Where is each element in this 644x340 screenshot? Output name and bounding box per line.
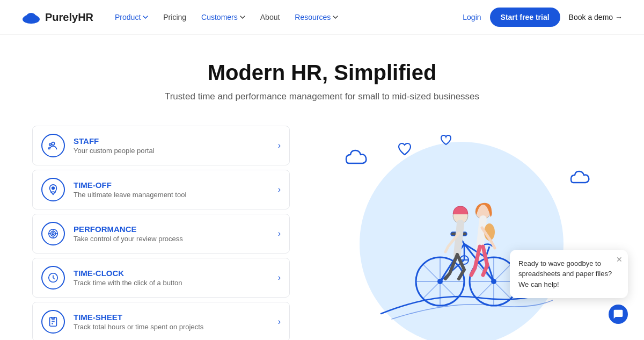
performance-title: PERFORMANCE xyxy=(74,225,269,234)
staff-icon xyxy=(47,140,59,151)
time-clock-text: TIME-CLOCK Track time with the click of … xyxy=(74,269,269,287)
time-sheet-title: TIME-SHEET xyxy=(74,313,269,322)
time-clock-icon-wrap xyxy=(41,266,65,290)
logo-link[interactable]: PurelyHR xyxy=(21,11,93,24)
chat-icon xyxy=(613,309,624,320)
nav-resources[interactable]: Resources xyxy=(295,13,338,21)
hero-title: Modern HR, Simplified xyxy=(21,61,623,85)
svg-point-3 xyxy=(26,13,36,20)
feature-list: STAFF Your custom people portal › TIME-O… xyxy=(32,126,290,340)
hero-subtitle: Trusted time and performance management … xyxy=(21,91,623,102)
time-sheet-icon xyxy=(47,316,59,328)
time-off-text: TIME-OFF The ultimate leave management t… xyxy=(74,180,269,199)
time-clock-icon xyxy=(47,272,59,284)
performance-desc: Take control of your review process xyxy=(74,235,269,243)
chat-open-button[interactable] xyxy=(609,305,628,324)
feature-staff[interactable]: STAFF Your custom people portal › xyxy=(32,126,290,165)
logo-text: PurelyHR xyxy=(45,11,93,24)
time-sheet-arrow: › xyxy=(278,317,281,327)
staff-icon-wrap xyxy=(41,134,65,157)
performance-text: PERFORMANCE Take control of your review … xyxy=(74,225,269,243)
time-clock-title: TIME-CLOCK xyxy=(74,269,269,278)
nav-product[interactable]: Product xyxy=(115,13,148,21)
time-off-title: TIME-OFF xyxy=(74,180,269,190)
nav-pricing[interactable]: Pricing xyxy=(163,13,186,21)
staff-arrow: › xyxy=(278,141,281,150)
staff-desc: Your custom people portal xyxy=(74,147,269,155)
nav-about[interactable]: About xyxy=(260,13,280,21)
chat-widget: ✕ Ready to wave goodbye to spreadsheets … xyxy=(510,250,628,324)
svg-point-6 xyxy=(52,187,55,190)
feature-time-clock[interactable]: TIME-CLOCK Track time with the click of … xyxy=(32,258,290,298)
time-sheet-desc: Track total hours or time spent on proje… xyxy=(74,323,269,331)
time-sheet-icon-wrap xyxy=(41,310,65,334)
cloud1-icon xyxy=(343,147,381,169)
svg-point-8 xyxy=(50,231,55,236)
svg-point-9 xyxy=(52,233,54,235)
cloud2-icon xyxy=(569,169,601,187)
heart2-icon xyxy=(440,134,452,146)
feature-performance[interactable]: PERFORMANCE Take control of your review … xyxy=(32,214,290,254)
time-off-icon-wrap xyxy=(41,178,65,201)
chat-bubble: ✕ Ready to wave goodbye to spreadsheets … xyxy=(510,250,628,299)
nav-right: Login Start free trial Book a demo → xyxy=(463,8,623,27)
start-trial-button[interactable]: Start free trial xyxy=(490,8,560,27)
time-off-desc: The ultimate leave management tool xyxy=(74,191,269,199)
chevron-down-icon xyxy=(240,16,245,19)
nav-customers[interactable]: Customers xyxy=(201,13,245,21)
time-clock-desc: Track time with the click of a button xyxy=(74,279,269,287)
performance-icon-wrap xyxy=(41,222,65,245)
performance-icon xyxy=(47,228,59,240)
nav-links: Product Pricing Customers About Resource… xyxy=(115,13,463,21)
hero-section: Modern HR, Simplified Trusted time and p… xyxy=(0,35,644,113)
time-sheet-text: TIME-SHEET Track total hours or time spe… xyxy=(74,313,269,331)
login-link[interactable]: Login xyxy=(463,13,481,21)
time-off-icon xyxy=(47,184,59,196)
svg-point-4 xyxy=(52,142,55,146)
chat-close-button[interactable]: ✕ xyxy=(616,254,623,265)
chat-message: Ready to wave goodbye to spreadsheets an… xyxy=(518,259,612,288)
heart1-icon xyxy=(397,142,412,157)
book-demo-link[interactable]: Book a demo → xyxy=(569,13,623,21)
staff-text: STAFF Your custom people portal xyxy=(74,136,269,155)
navbar: PurelyHR Product Pricing Customers About… xyxy=(0,0,644,35)
chevron-down-icon xyxy=(333,16,338,19)
time-off-arrow: › xyxy=(278,185,281,194)
performance-arrow: › xyxy=(278,229,281,238)
time-clock-arrow: › xyxy=(278,273,281,283)
chevron-down-icon xyxy=(143,16,148,19)
staff-title: STAFF xyxy=(74,136,269,146)
feature-time-sheet[interactable]: TIME-SHEET Track total hours or time spe… xyxy=(32,302,290,340)
logo-icon xyxy=(21,11,41,24)
feature-time-off[interactable]: TIME-OFF The ultimate leave management t… xyxy=(32,170,290,209)
svg-point-5 xyxy=(49,143,52,146)
